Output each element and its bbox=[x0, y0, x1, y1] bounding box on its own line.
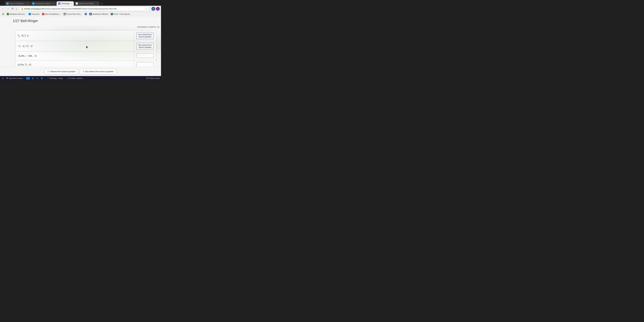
tab-google-favicon: G bbox=[76, 2, 78, 5]
chip-not-ordered-icon: ⠿ bbox=[82, 70, 84, 73]
address-bar: ← → ↻ ⌂ 🔒 humble.schoology.com/common-as… bbox=[0, 6, 161, 12]
answer-cell-1[interactable]: Not ordered from least to greatest bbox=[134, 30, 156, 41]
answer-box-4[interactable] bbox=[136, 62, 154, 67]
assessment-wrap: 5⁄3, √2.7, 4 Not ordered from least to g… bbox=[15, 30, 156, 60]
reload-button[interactable]: ↻ bbox=[11, 7, 14, 10]
taskbar: ⊞ 🔍 Type here to search 🌐 🌐 ⚙ 🌐 📱 School… bbox=[0, 76, 161, 80]
bookmark-woodland[interactable]: 🌲 Woodland Hills (es)... bbox=[6, 12, 27, 16]
answer-cell-2[interactable]: Not ordered from least to greatest bbox=[134, 41, 156, 52]
taskbar-schoology-app[interactable]: 📱 Schoology - Googl... bbox=[46, 77, 65, 80]
taskbar-chrome-3[interactable]: 🌐 bbox=[40, 77, 44, 80]
page: 1/27 Bell-Ringer POSSIBLE POINTS: 25 5⁄3… bbox=[0, 16, 161, 76]
tab-schoology-favicon: P bbox=[58, 2, 60, 5]
expression-1: 5⁄3, √2.7, 4 bbox=[18, 34, 28, 37]
tab-home-favicon: C bbox=[6, 2, 8, 5]
possible-points: POSSIBLE POINTS: 25 bbox=[137, 26, 160, 28]
back-button[interactable]: ← bbox=[1, 7, 5, 10]
bookmark-blooket-label: Dashboard | Blooket bbox=[92, 13, 108, 15]
bookmark-pencil[interactable]: ✏️ Pencil - Free educati... bbox=[110, 12, 132, 16]
tab-bar-controls: ⌄ bbox=[1, 2, 4, 6]
expression-2: −7, −2, √7, −3 bbox=[18, 45, 32, 48]
bookmark-humbleisd-label: https://humbleisd.u... bbox=[45, 13, 61, 15]
taskbar-drake-label: (1) drake - practice ... bbox=[69, 78, 84, 79]
chip-not-ordered[interactable]: ⠿ Not ordered from least to greatest bbox=[80, 69, 116, 74]
tab-google-label: which three lengths could be u bbox=[79, 2, 95, 4]
new-tab-button[interactable]: + bbox=[100, 2, 104, 6]
bookmark-classwork-label: Classwork bbox=[31, 13, 40, 15]
table-row: 5⁄3, √2.7, 4 Not ordered from least to g… bbox=[15, 30, 156, 41]
table-row: −7, −2, √7, −3 Not ordered from least to… bbox=[15, 41, 156, 52]
tab-google[interactable]: G which three lengths could be u × bbox=[74, 1, 100, 6]
bookmark-schoology-blue[interactable]: S bbox=[84, 12, 88, 16]
tab-schoology-close[interactable]: × bbox=[70, 2, 72, 5]
table-row: −6.2%, − √36 , −4 bbox=[15, 52, 156, 60]
taskbar-right: 55°F Mostly cloudy bbox=[146, 78, 160, 79]
profile-icons: W 👤 bbox=[152, 7, 160, 11]
user-profile-icon[interactable]: 👤 bbox=[156, 7, 160, 11]
expression-cell-1: 5⁄3, √2.7, 4 bbox=[15, 30, 134, 41]
tab-schoology[interactable]: P Schoology × bbox=[56, 1, 74, 6]
home-button[interactable]: ⌂ bbox=[15, 7, 18, 10]
answer-box-1[interactable]: Not ordered from least to greatest bbox=[136, 32, 154, 39]
taskbar-chrome-2[interactable]: 🌐 bbox=[31, 77, 35, 80]
answer-box-2-text: Not ordered from least to greatest bbox=[138, 44, 152, 48]
bottom-bar: ⠿ Ordered from least to greatest ⠿ Not o… bbox=[0, 67, 161, 76]
browser-window: ⌄ C Home | Creekwood Middle Sch × R Dash… bbox=[0, 0, 161, 80]
tab-home[interactable]: C Home | Creekwood Middle Sch × bbox=[5, 1, 30, 6]
tab-home-label: Home | Creekwood Middle Sch bbox=[10, 2, 26, 4]
tab-rapid-close[interactable]: × bbox=[53, 2, 54, 5]
bookmark-course-label: Course Plan Grid |... bbox=[66, 13, 82, 15]
word-profile-icon[interactable]: W bbox=[152, 7, 155, 11]
tab-rapid-label: Dashboard | RapidIdentity bbox=[36, 2, 52, 4]
tab-rapid-favicon: R bbox=[32, 2, 34, 5]
taskbar-search[interactable]: 🔍 Type here to search bbox=[6, 77, 24, 80]
tab-list-button[interactable]: ⌄ bbox=[1, 2, 4, 6]
taskbar-weather: 55°F Mostly cloudy bbox=[146, 78, 160, 79]
taskbar-settings[interactable]: ⚙ bbox=[36, 77, 39, 80]
address-input[interactable]: 🔒 humble.schoology.com/common-assessment… bbox=[19, 7, 149, 11]
taskbar-windows-button[interactable]: ⊞ bbox=[1, 77, 4, 80]
answer-cell-3[interactable] bbox=[134, 52, 156, 60]
taskbar-schoology-label: Schoology - Googl... bbox=[49, 78, 64, 79]
page-title: 1/27 Bell-Ringer bbox=[0, 16, 161, 24]
bookmark-humbleisd[interactable]: H https://humbleisd.u... bbox=[41, 12, 62, 16]
bookmark-course[interactable]: 📅 Course Plan Grid |... bbox=[62, 12, 83, 16]
answer-box-1-text: Not ordered from least to greatest bbox=[138, 34, 152, 38]
forward-button[interactable]: → bbox=[6, 7, 10, 10]
taskbar-chrome-1[interactable]: 🌐 bbox=[26, 77, 30, 80]
bookmarks-bar: ⊞ 🌲 Woodland Hills (es)... 👤 Classwork H… bbox=[0, 12, 161, 16]
content-area: 1/27 Bell-Ringer POSSIBLE POINTS: 25 5⁄3… bbox=[0, 16, 161, 76]
bookmark-blooket[interactable]: 📋 Dashboard | Blooket bbox=[88, 12, 109, 16]
tab-bar: ⌄ C Home | Creekwood Middle Sch × R Dash… bbox=[0, 0, 161, 6]
taskbar-drake-app[interactable]: 🎵 (1) drake - practice ... bbox=[66, 77, 85, 80]
chip-not-ordered-label: Not ordered from least to greatest bbox=[85, 70, 114, 73]
answer-box-3[interactable] bbox=[136, 53, 154, 58]
expression-3: −6.2%, − √36 , −4 bbox=[18, 54, 36, 57]
bookmark-classwork[interactable]: 👤 Classwork bbox=[28, 12, 40, 16]
chip-ordered-label: Ordered from least to greatest bbox=[50, 70, 76, 73]
chip-ordered[interactable]: ⠿ Ordered from least to greatest bbox=[44, 69, 78, 74]
address-path: /common-assessment-delivery/start/769099… bbox=[44, 8, 118, 10]
tab-schoology-label: Schoology bbox=[61, 2, 70, 4]
bookmark-woodland-label: Woodland Hills (es)... bbox=[10, 13, 26, 15]
expression-cell-2: −7, −2, √7, −3 bbox=[15, 41, 134, 52]
expression-cell-3: −6.2%, − √36 , −4 bbox=[15, 52, 134, 60]
assessment-table: 5⁄3, √2.7, 4 Not ordered from least to g… bbox=[15, 30, 156, 69]
chip-ordered-icon: ⠿ bbox=[47, 70, 49, 73]
tab-home-close[interactable]: × bbox=[27, 2, 29, 5]
bookmark-pencil-label: Pencil - Free educati... bbox=[114, 13, 131, 15]
expression-4: 127%, 9⁄7, √2 bbox=[18, 63, 31, 66]
tab-google-close[interactable]: × bbox=[96, 2, 98, 5]
bookmark-apps[interactable]: ⊞ bbox=[1, 12, 5, 16]
address-domain: humble.schoology.com bbox=[24, 8, 44, 10]
answer-box-2[interactable]: Not ordered from least to greatest bbox=[136, 43, 154, 50]
address-text: humble.schoology.com/common-assessment-d… bbox=[24, 8, 144, 10]
tab-rapid[interactable]: R Dashboard | RapidIdentity × bbox=[31, 1, 56, 6]
bookmark-star-icon[interactable]: ☆ bbox=[145, 8, 147, 10]
taskbar-search-label: Type here to search bbox=[9, 78, 23, 79]
